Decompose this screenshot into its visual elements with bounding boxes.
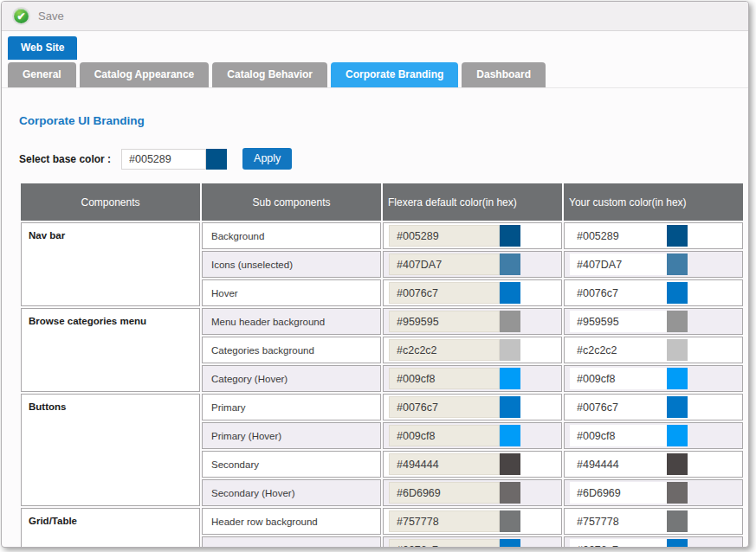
default-color-swatch [500,282,520,304]
custom-color-input[interactable] [570,311,667,332]
custom-color-swatch [667,311,688,332]
default-color-input[interactable] [389,510,500,532]
custom-color-swatch [667,225,688,247]
tab-general[interactable]: General [8,62,76,87]
tab-dashboard[interactable]: Dashboard [462,62,546,87]
custom-color-swatch [667,368,688,389]
header-sub-components: Sub components [202,183,381,221]
header-your-custom-color: Your custom color(in hex) [564,183,743,221]
custom-color-input[interactable] [570,254,667,275]
custom-color-cell [564,479,743,506]
check-circle-icon: ✔ [12,7,30,25]
subcomponent-label: Menu header background [202,308,381,335]
tab-catalog-behavior[interactable]: Catalog Behavior [212,62,327,87]
custom-color-input[interactable] [570,282,667,304]
default-color-swatch [500,453,520,475]
default-color-input[interactable] [389,311,500,332]
default-color-swatch [500,225,520,247]
component-group-cell: Browse categories menu [21,308,200,392]
tab-corporate-branding[interactable]: Corporate Branding [331,62,458,87]
custom-color-swatch [667,282,688,304]
custom-color-swatch [667,339,688,361]
tab-strip: GeneralCatalog AppearanceCatalog Behavio… [2,62,748,88]
custom-color-cell [564,536,743,548]
default-color-input[interactable] [389,453,500,475]
custom-color-input[interactable] [570,425,667,446]
default-color-cell [383,451,562,478]
base-color-label: Select base color : [19,153,111,165]
subcomponent-label: Hover [202,279,381,306]
subcomponent-label: Icons (unselected) [202,251,381,278]
table-row: ButtonsPrimary [21,394,743,420]
custom-color-swatch [667,254,688,275]
custom-color-input[interactable] [570,339,667,361]
table-row: Browse categories menuMenu header backgr… [21,308,743,335]
default-color-cell [383,337,562,363]
default-color-input[interactable] [389,254,500,275]
default-color-input[interactable] [389,368,500,389]
default-color-cell [383,251,562,278]
default-color-cell [383,308,562,335]
default-color-input[interactable] [389,396,500,418]
default-color-cell [383,222,562,249]
custom-color-input[interactable] [570,453,667,475]
custom-color-swatch [667,396,688,418]
page-title: Corporate UI Branding [19,114,748,127]
default-color-input[interactable] [389,282,500,304]
default-color-cell [383,394,562,420]
default-color-cell [383,479,562,506]
custom-color-input[interactable] [570,225,667,247]
default-color-input[interactable] [389,225,500,247]
custom-color-cell [564,394,743,420]
table-row: Grid/TableHeader row background [21,508,743,535]
save-button[interactable]: ✔ Save [12,7,64,25]
component-group-cell: Grid/Table [21,508,200,548]
default-color-swatch [500,482,520,504]
default-color-cell [383,365,562,392]
save-button-label: Save [38,10,64,22]
base-color-swatch [206,149,227,170]
subcomponent-label: Header row background [202,508,381,535]
default-color-input[interactable] [389,425,500,446]
default-color-cell [383,422,562,449]
tab-web-site[interactable]: Web Site [8,36,77,60]
custom-color-swatch [667,453,688,475]
subcomponent-label: Primary [202,394,381,420]
custom-color-input[interactable] [570,482,667,504]
default-color-input[interactable] [389,539,500,548]
apply-button[interactable]: Apply [242,148,292,170]
toolbar: ✔ Save [2,2,748,31]
branding-table: Components Sub components Flexera defaul… [19,182,745,548]
subcomponent-label: Category (Hover) [202,365,381,392]
tab-catalog-appearance[interactable]: Catalog Appearance [80,62,210,87]
default-color-input[interactable] [389,339,500,361]
component-group-cell: Nav bar [21,222,200,306]
default-color-swatch [500,311,520,332]
default-color-cell [383,508,562,535]
base-color-input[interactable] [121,149,206,170]
default-color-input[interactable] [389,482,500,504]
subcomponent-label: Secondary [202,451,381,478]
custom-color-input[interactable] [570,396,667,418]
default-color-cell [383,279,562,306]
header-components: Components [21,183,200,221]
default-color-swatch [500,396,520,418]
custom-color-swatch [667,539,688,548]
subcomponent-label: Primary (Hover) [202,422,381,449]
default-color-swatch [500,368,520,389]
custom-color-input[interactable] [570,539,667,548]
subcomponent-label: Secondary (Hover) [202,479,381,506]
default-color-swatch [500,425,520,446]
base-color-row: Select base color : Apply [19,148,748,170]
custom-color-cell [564,451,743,478]
custom-color-input[interactable] [570,510,667,532]
table-row: Nav barBackground [21,222,743,249]
header-flexera-default-color: Flexera default color(in hex) [383,183,562,221]
custom-color-cell [564,508,743,535]
custom-color-swatch [667,425,688,446]
table-header-row: Components Sub components Flexera defaul… [21,183,743,221]
subcomponent-label: Background [202,222,381,249]
settings-window: ✔ Save Web Site GeneralCatalog Appearanc… [1,1,749,548]
custom-color-input[interactable] [570,368,667,389]
subcomponent-label: Row selection background [202,536,381,548]
